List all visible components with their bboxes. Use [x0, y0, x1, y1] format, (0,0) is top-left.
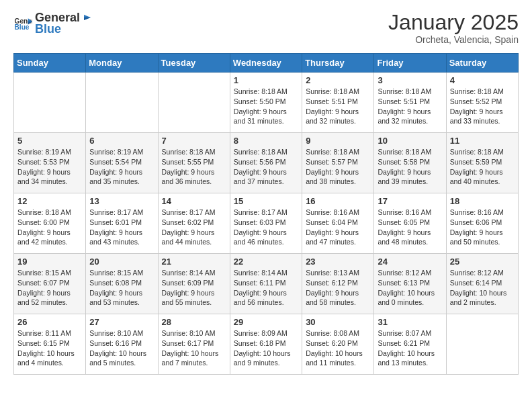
day-info: Sunrise: 8:09 AM Sunset: 6:18 PM Dayligh…	[234, 328, 298, 368]
day-cell-3-1: 20Sunrise: 8:15 AM Sunset: 6:08 PM Dayli…	[86, 254, 158, 314]
header-tuesday: Tuesday	[158, 54, 230, 73]
day-cell-1-4: 9Sunrise: 8:18 AM Sunset: 5:57 PM Daylig…	[302, 133, 374, 193]
day-cell-1-5: 10Sunrise: 8:18 AM Sunset: 5:58 PM Dayli…	[374, 133, 446, 193]
day-number: 24	[378, 257, 442, 267]
header-monday: Monday	[86, 54, 158, 73]
day-cell-2-4: 16Sunrise: 8:16 AM Sunset: 6:04 PM Dayli…	[302, 193, 374, 254]
day-cell-0-5: 3Sunrise: 8:18 AM Sunset: 5:51 PM Daylig…	[374, 73, 446, 133]
day-info: Sunrise: 8:08 AM Sunset: 6:20 PM Dayligh…	[306, 328, 370, 368]
day-cell-0-0	[14, 73, 86, 133]
day-number: 6	[89, 136, 154, 146]
day-number: 21	[162, 257, 226, 267]
week-row-0: 1Sunrise: 8:18 AM Sunset: 5:50 PM Daylig…	[14, 73, 519, 133]
day-number: 14	[162, 196, 226, 206]
day-info: Sunrise: 8:18 AM Sunset: 5:52 PM Dayligh…	[450, 87, 515, 126]
day-cell-1-3: 8Sunrise: 8:18 AM Sunset: 5:56 PM Daylig…	[230, 133, 302, 193]
day-number: 22	[234, 257, 298, 267]
day-cell-3-3: 22Sunrise: 8:14 AM Sunset: 6:11 PM Dayli…	[230, 254, 302, 314]
day-number: 25	[450, 257, 515, 267]
day-cell-2-1: 13Sunrise: 8:17 AM Sunset: 6:01 PM Dayli…	[86, 193, 158, 254]
day-info: Sunrise: 8:18 AM Sunset: 5:59 PM Dayligh…	[450, 147, 515, 187]
day-number: 12	[17, 196, 82, 206]
day-cell-4-6	[446, 314, 518, 375]
day-info: Sunrise: 8:17 AM Sunset: 6:01 PM Dayligh…	[89, 208, 154, 247]
day-info: Sunrise: 8:15 AM Sunset: 6:07 PM Dayligh…	[17, 268, 82, 308]
logo-icon: General Blue	[13, 14, 32, 33]
day-cell-3-5: 24Sunrise: 8:12 AM Sunset: 6:13 PM Dayli…	[374, 254, 446, 314]
day-info: Sunrise: 8:18 AM Sunset: 5:57 PM Dayligh…	[306, 147, 370, 187]
day-info: Sunrise: 8:18 AM Sunset: 5:51 PM Dayligh…	[306, 87, 370, 126]
day-cell-2-5: 17Sunrise: 8:16 AM Sunset: 6:05 PM Dayli…	[374, 193, 446, 254]
month-title: January 2025	[388, 11, 519, 34]
day-cell-1-0: 5Sunrise: 8:19 AM Sunset: 5:53 PM Daylig…	[14, 133, 86, 193]
day-number: 30	[306, 317, 370, 327]
header-wednesday: Wednesday	[230, 54, 302, 73]
day-info: Sunrise: 8:16 AM Sunset: 6:06 PM Dayligh…	[450, 208, 515, 247]
day-cell-1-1: 6Sunrise: 8:19 AM Sunset: 5:54 PM Daylig…	[86, 133, 158, 193]
day-cell-1-2: 7Sunrise: 8:18 AM Sunset: 5:55 PM Daylig…	[158, 133, 230, 193]
day-info: Sunrise: 8:15 AM Sunset: 6:08 PM Dayligh…	[89, 268, 154, 308]
day-cell-4-3: 29Sunrise: 8:09 AM Sunset: 6:18 PM Dayli…	[230, 314, 302, 375]
day-cell-3-2: 21Sunrise: 8:14 AM Sunset: 6:09 PM Dayli…	[158, 254, 230, 314]
day-info: Sunrise: 8:10 AM Sunset: 6:17 PM Dayligh…	[162, 328, 226, 368]
day-info: Sunrise: 8:16 AM Sunset: 6:05 PM Dayligh…	[378, 208, 442, 247]
day-info: Sunrise: 8:18 AM Sunset: 5:56 PM Dayligh…	[234, 147, 298, 187]
day-info: Sunrise: 8:18 AM Sunset: 5:51 PM Dayligh…	[378, 87, 442, 126]
page: General Blue General Blue January 2025 O…	[0, 0, 532, 385]
day-info: Sunrise: 8:10 AM Sunset: 6:16 PM Dayligh…	[89, 328, 154, 368]
day-cell-0-3: 1Sunrise: 8:18 AM Sunset: 5:50 PM Daylig…	[230, 73, 302, 133]
week-row-2: 12Sunrise: 8:18 AM Sunset: 6:00 PM Dayli…	[14, 193, 519, 254]
day-number: 8	[234, 136, 298, 146]
day-info: Sunrise: 8:11 AM Sunset: 6:15 PM Dayligh…	[17, 328, 82, 368]
day-cell-4-1: 27Sunrise: 8:10 AM Sunset: 6:16 PM Dayli…	[86, 314, 158, 375]
day-info: Sunrise: 8:13 AM Sunset: 6:12 PM Dayligh…	[306, 268, 370, 308]
week-row-4: 26Sunrise: 8:11 AM Sunset: 6:15 PM Dayli…	[14, 314, 519, 375]
day-number: 19	[17, 257, 82, 267]
day-number: 17	[378, 196, 442, 206]
day-cell-3-0: 19Sunrise: 8:15 AM Sunset: 6:07 PM Dayli…	[14, 254, 86, 314]
day-number: 27	[89, 317, 154, 327]
day-number: 13	[89, 196, 154, 206]
day-cell-4-5: 31Sunrise: 8:07 AM Sunset: 6:21 PM Dayli…	[374, 314, 446, 375]
day-number: 15	[234, 196, 298, 206]
location-text: Orcheta, Valencia, Spain	[388, 34, 519, 45]
day-cell-2-0: 12Sunrise: 8:18 AM Sunset: 6:00 PM Dayli…	[14, 193, 86, 254]
day-cell-4-0: 26Sunrise: 8:11 AM Sunset: 6:15 PM Dayli…	[14, 314, 86, 375]
day-info: Sunrise: 8:17 AM Sunset: 6:03 PM Dayligh…	[234, 208, 298, 247]
day-info: Sunrise: 8:19 AM Sunset: 5:53 PM Dayligh…	[17, 147, 82, 187]
svg-marker-5	[84, 17, 91, 20]
title-block: January 2025 Orcheta, Valencia, Spain	[388, 11, 519, 45]
day-info: Sunrise: 8:19 AM Sunset: 5:54 PM Dayligh…	[89, 147, 154, 187]
svg-text:Blue: Blue	[15, 24, 30, 31]
day-number: 31	[378, 317, 442, 327]
day-number: 2	[306, 75, 370, 85]
day-number: 7	[162, 136, 226, 146]
day-number: 11	[450, 136, 515, 146]
header-saturday: Saturday	[446, 54, 518, 73]
day-info: Sunrise: 8:17 AM Sunset: 6:02 PM Dayligh…	[162, 208, 226, 247]
day-number: 18	[450, 196, 515, 206]
header-thursday: Thursday	[302, 54, 374, 73]
day-info: Sunrise: 8:14 AM Sunset: 6:09 PM Dayligh…	[162, 268, 226, 308]
day-cell-4-4: 30Sunrise: 8:08 AM Sunset: 6:20 PM Dayli…	[302, 314, 374, 375]
day-cell-3-4: 23Sunrise: 8:13 AM Sunset: 6:12 PM Dayli…	[302, 254, 374, 314]
day-number: 16	[306, 196, 370, 206]
day-number: 28	[162, 317, 226, 327]
header: General Blue General Blue January 2025 O…	[13, 11, 519, 45]
day-number: 20	[89, 257, 154, 267]
header-friday: Friday	[374, 54, 446, 73]
day-info: Sunrise: 8:18 AM Sunset: 6:00 PM Dayligh…	[17, 208, 82, 247]
weekday-header-row: Sunday Monday Tuesday Wednesday Thursday…	[14, 54, 519, 73]
day-number: 1	[234, 75, 298, 85]
day-number: 23	[306, 257, 370, 267]
day-number: 3	[378, 75, 442, 85]
day-number: 29	[234, 317, 298, 327]
day-cell-1-6: 11Sunrise: 8:18 AM Sunset: 5:59 PM Dayli…	[446, 133, 518, 193]
day-info: Sunrise: 8:14 AM Sunset: 6:11 PM Dayligh…	[234, 268, 298, 308]
day-number: 26	[17, 317, 82, 327]
day-number: 9	[306, 136, 370, 146]
day-number: 4	[450, 75, 515, 85]
day-info: Sunrise: 8:12 AM Sunset: 6:13 PM Dayligh…	[378, 268, 442, 308]
day-info: Sunrise: 8:07 AM Sunset: 6:21 PM Dayligh…	[378, 328, 442, 368]
logo-arrow-icon	[81, 11, 93, 23]
